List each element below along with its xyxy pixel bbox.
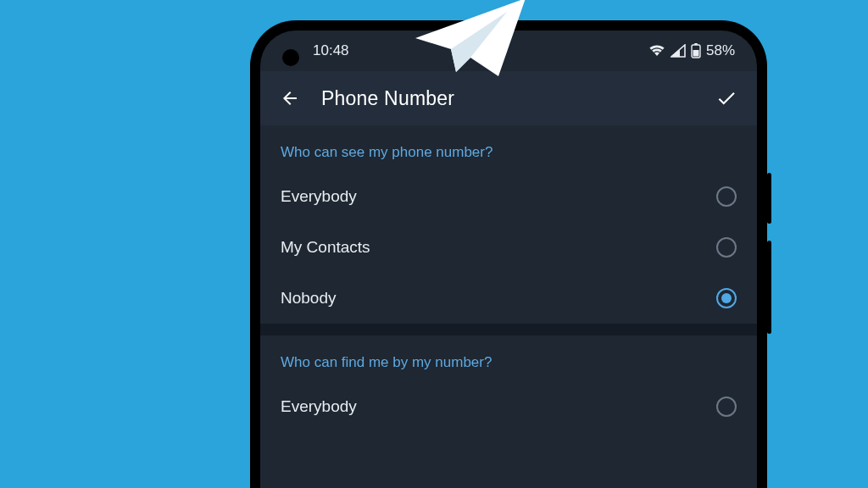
battery-icon: [691, 43, 701, 58]
back-button[interactable]: [279, 87, 301, 109]
option-my-contacts[interactable]: My Contacts: [260, 222, 757, 273]
phone-screen: 10:48 58% Phone: [260, 30, 757, 488]
page-title: Phone Number: [321, 87, 715, 110]
status-time: 10:48: [313, 42, 349, 59]
section-title-visibility: Who can see my phone number?: [260, 125, 757, 171]
svg-rect-1: [694, 43, 698, 45]
option-everybody-find[interactable]: Everybody: [260, 381, 757, 432]
svg-rect-2: [693, 50, 698, 57]
wifi-icon: [648, 44, 665, 58]
radio-icon: [716, 186, 737, 207]
signal-icon: [670, 44, 686, 58]
option-everybody[interactable]: Everybody: [260, 171, 757, 222]
camera-punch-hole: [282, 49, 299, 66]
confirm-button[interactable]: [715, 86, 738, 110]
option-label: Everybody: [281, 397, 357, 416]
radio-icon: [716, 288, 737, 308]
phone-side-button: [767, 241, 771, 334]
section-divider: [260, 324, 757, 336]
telegram-logo-icon: [407, 0, 534, 85]
phone-frame: 10:48 58% Phone: [250, 20, 767, 488]
option-label: Nobody: [281, 289, 337, 308]
radio-icon: [716, 237, 737, 258]
option-label: My Contacts: [281, 238, 370, 257]
section-title-find: Who can find me by my number?: [260, 336, 757, 381]
radio-icon: [716, 396, 737, 417]
battery-percent: 58%: [706, 42, 735, 59]
phone-side-button: [767, 173, 771, 224]
option-nobody[interactable]: Nobody: [260, 273, 757, 324]
option-label: Everybody: [281, 187, 357, 206]
